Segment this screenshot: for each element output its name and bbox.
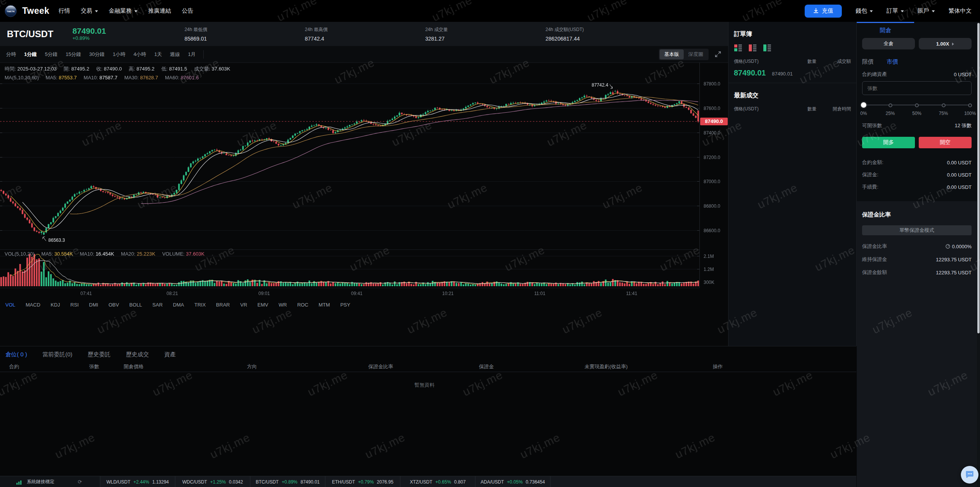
indicator-tab-DMA[interactable]: DMA: [173, 302, 184, 308]
indicator-tab-PSY[interactable]: PSY: [340, 302, 350, 308]
indicator-tab-KDJ[interactable]: KDJ: [51, 302, 60, 308]
chart-mode-深度圖[interactable]: 深度圖: [684, 49, 708, 59]
single-coin-margin-mode-button[interactable]: 單幣保證金模式: [862, 225, 972, 235]
ticker-cell-BTC/USDT[interactable]: BTC/USDT+0.89%87490.01: [250, 476, 325, 487]
ticker-pair: ADA/USDT: [481, 479, 504, 485]
chart-toolbar: 分時1分鐘5分鐘15分鐘30分鐘1小時4小時1天週線1月 基本版深度圖: [0, 46, 728, 63]
stat-label: 24h 成交量: [425, 26, 448, 33]
nav-item-推廣連結[interactable]: 推廣連結: [148, 7, 171, 15]
ticker-cell-XTZ/USDT[interactable]: XTZ/USDT+0.65%0.807: [400, 476, 475, 487]
orderbook-last-price: 87490.01: [734, 69, 766, 77]
ticker-price: 0.736454: [526, 479, 545, 485]
positions-tab-資產[interactable]: 資產: [164, 351, 176, 358]
indicator-tab-MACD[interactable]: MACD: [26, 302, 40, 308]
nav-item-行情[interactable]: 行情: [59, 7, 70, 15]
timeframe-30分鐘[interactable]: 30分鐘: [89, 51, 105, 58]
orderbook-buy-view-icon[interactable]: [763, 44, 771, 52]
quantity-slider[interactable]: [864, 102, 970, 108]
slider-dot-25[interactable]: [889, 103, 892, 107]
chart-mode-基本版[interactable]: 基本版: [660, 49, 684, 59]
indicator-tab-TRIX[interactable]: TRIX: [194, 302, 206, 308]
nav-item-繁体中文[interactable]: 繁体中文: [949, 7, 972, 15]
tab-open-position[interactable]: 開倉: [857, 27, 914, 34]
slider-thumb[interactable]: [861, 102, 866, 108]
connection-status-text: 系統鏈接穩定: [27, 479, 54, 485]
order-type-市價[interactable]: 市價: [887, 58, 898, 66]
info-label: 成交量:: [194, 66, 212, 72]
leverage-button[interactable]: 1.00X: [919, 38, 972, 49]
ticker-cell-WDC/USDT[interactable]: WDC/USDT+1.25%0.0342: [175, 476, 250, 487]
gauge-icon: [946, 244, 950, 249]
refresh-icon[interactable]: ⟳: [78, 479, 82, 485]
page-scrollbar[interactable]: [977, 22, 980, 487]
timeframe-1天[interactable]: 1天: [154, 51, 162, 58]
info-value: 87495.2: [71, 66, 89, 72]
indicator-tab-DMI[interactable]: DMI: [89, 302, 98, 308]
col-header: 數量: [782, 58, 817, 65]
indicator-tab-SAR[interactable]: SAR: [152, 302, 163, 308]
indicator-tab-ROC[interactable]: ROC: [297, 302, 308, 308]
indicator-tab-BOLL[interactable]: BOLL: [129, 302, 142, 308]
orderbook-sell-view-icon[interactable]: [748, 44, 757, 52]
positions-tab-當前委託(0)[interactable]: 當前委託(0): [42, 351, 72, 358]
row-label: 合約金額:: [862, 159, 884, 166]
timeframe-週線[interactable]: 週線: [170, 51, 180, 58]
info-value: 30.554K: [54, 251, 73, 257]
positions-tab-倉位( 0 )[interactable]: 倉位( 0 ): [5, 351, 27, 358]
timeframe-15分鐘[interactable]: 15分鐘: [65, 51, 81, 58]
nav-item-訂單[interactable]: 訂單: [887, 7, 904, 15]
nav-item-錢包[interactable]: 錢包: [856, 7, 873, 15]
ticker-cell-WLD/USDT[interactable]: WLD/USDT+2.44%1.13294: [100, 476, 175, 487]
indicator-tab-VOL[interactable]: VOL: [5, 302, 15, 308]
timeframe-1月[interactable]: 1月: [188, 51, 196, 58]
orderbook-split-view-icon[interactable]: [734, 44, 742, 52]
positions-tab-歷史成交[interactable]: 歷史成交: [126, 351, 149, 358]
indicator-tab-VR[interactable]: VR: [240, 302, 247, 308]
indicator-tab-MTM[interactable]: MTM: [318, 302, 330, 308]
timeframe-1小時[interactable]: 1小時: [113, 51, 125, 58]
nav-item-賬戶[interactable]: 賬戶: [918, 7, 935, 15]
info-value: 25.223K: [137, 251, 155, 257]
scrollbar-thumb[interactable]: [977, 23, 980, 333]
indicator-tab-RSI[interactable]: RSI: [70, 302, 79, 308]
order-type-限價[interactable]: 限價: [862, 58, 874, 66]
slider-dot-100[interactable]: [968, 103, 972, 107]
timeframe-5分鐘[interactable]: 5分鐘: [45, 51, 57, 58]
open-short-button[interactable]: 開空: [919, 137, 972, 148]
margin-mode-button[interactable]: 全倉: [862, 38, 915, 49]
nav-item-交易[interactable]: 交易: [81, 7, 98, 15]
fullscreen-icon[interactable]: [715, 51, 721, 57]
indicator-tab-BRAR[interactable]: BRAR: [216, 302, 230, 308]
timeframe-分時[interactable]: 分時: [6, 51, 16, 58]
ticker-cell-ADA/USDT[interactable]: ADA/USDT+0.05%0.736454: [475, 476, 550, 487]
info-value: 87495.2: [137, 66, 155, 72]
quantity-input[interactable]: [862, 81, 972, 95]
ticker-cell-ETH/USDT[interactable]: ETH/USDT+0.79%2076.95: [325, 476, 400, 487]
ticker-pair: XTZ/USDT: [410, 479, 433, 485]
indicator-tab-EMV[interactable]: EMV: [258, 302, 268, 308]
main-menu: 行情交易金融業務推廣連結公告: [59, 7, 193, 15]
status-bar: 系統鏈接穩定 ⟳ WLD/USDT+2.44%1.13294WDC/USDT+1…: [0, 476, 856, 487]
info-label: MA60:: [165, 75, 181, 80]
info-item: 低: 87491.5: [162, 66, 187, 72]
deposit-button[interactable]: 充值: [805, 5, 842, 18]
open-long-button[interactable]: 開多: [862, 137, 915, 148]
ticker-price: 0.0342: [229, 479, 243, 485]
row-value: 0.00 USDT: [947, 172, 972, 178]
nav-item-公告[interactable]: 公告: [182, 7, 193, 15]
timeframe-4小時[interactable]: 4小時: [134, 51, 146, 58]
timeframe-1分鐘[interactable]: 1分鐘: [24, 51, 37, 58]
indicator-tab-WR[interactable]: WR: [279, 302, 287, 308]
total-asset-label: 合約總資產: [862, 71, 887, 78]
positions-tab-歷史委託[interactable]: 歷史委託: [88, 351, 111, 358]
row-value: 0.00 USDT: [947, 160, 972, 166]
trading-app: TWETK Tweek 行情交易金融業務推廣連結公告 充值 錢包訂單賬戶繁体中文…: [0, 0, 980, 487]
nav-item-金融業務[interactable]: 金融業務: [109, 7, 137, 15]
stat-value: 286206817.44: [546, 36, 584, 42]
indicator-tab-OBV[interactable]: OBV: [108, 302, 119, 308]
kline-chart-canvas[interactable]: [0, 62, 728, 300]
row-value: 0.0000%: [946, 244, 972, 249]
slider-dot-75[interactable]: [942, 103, 946, 107]
slider-dot-50[interactable]: [915, 103, 919, 107]
chat-button[interactable]: [961, 466, 978, 484]
